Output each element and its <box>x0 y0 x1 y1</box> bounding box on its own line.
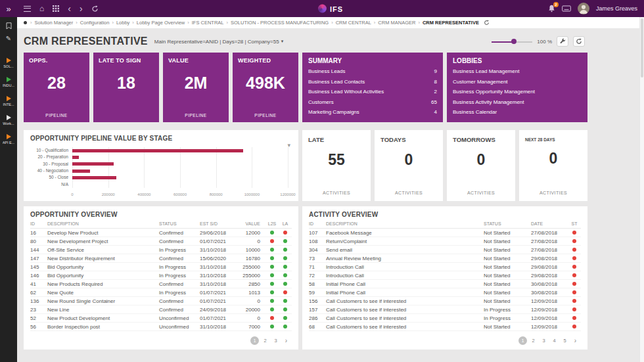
sidebar-item[interactable]: API E... <box>0 134 17 145</box>
summary-row[interactable]: Marketing Campaigns4 <box>308 107 437 118</box>
page-filter-dropdown[interactable]: Main Representative=ANID | Days=28 | Com… <box>154 39 283 45</box>
table-row[interactable]: 72Introduction CallNot Started29/08/2018 <box>309 271 581 280</box>
kpi-tile[interactable]: OPPS.28PIPELINE <box>24 53 89 122</box>
kpi-tile[interactable]: WEIGHTED498KPIPELINE <box>233 53 298 122</box>
lobby-link[interactable]: Customer Management <box>453 77 582 87</box>
sidebar-item[interactable]: INTE... <box>0 96 17 106</box>
breadcrumb-item[interactable]: CRM REPRESENTATIVE <box>423 20 479 26</box>
notifications-button[interactable]: 2 <box>548 5 555 12</box>
column-header[interactable]: ST <box>568 221 581 226</box>
table-row[interactable]: 145Bid OpportunityIn Progress31/10/20182… <box>30 263 292 271</box>
settings-wrench-button[interactable] <box>557 36 568 47</box>
table-row[interactable]: 304Send emailNot Started27/08/2018 <box>309 246 581 254</box>
column-header[interactable]: LA <box>279 221 292 226</box>
activity-stat-tile[interactable]: NEXT 28 DAYS0ACTIVITIES <box>519 130 587 201</box>
column-header[interactable]: ID <box>30 221 47 226</box>
column-header[interactable]: EST S/D <box>200 221 237 226</box>
back-button[interactable]: ‹ <box>68 4 71 13</box>
scrollbar-thumb[interactable] <box>641 18 643 78</box>
page-button[interactable]: 3 <box>271 336 280 345</box>
page-button[interactable]: 2 <box>261 336 269 345</box>
breadcrumb-item[interactable]: Solution Manager <box>35 20 74 26</box>
table-row[interactable]: 16Develop New ProductConfirmed29/06/2018… <box>30 229 292 237</box>
edit-pencil-icon[interactable]: ✎ <box>6 35 11 42</box>
bookmark-icon[interactable] <box>6 22 12 30</box>
lobby-link[interactable]: Business Opportunity Management <box>453 87 582 97</box>
zoom-slider[interactable] <box>492 38 532 45</box>
sidebar-item[interactable]: SOL... <box>0 58 17 68</box>
breadcrumb-item[interactable]: Lobby <box>116 20 129 26</box>
next-page-button[interactable]: › <box>571 336 580 345</box>
sidebar-expand-button[interactable]: » <box>0 0 17 17</box>
table-row[interactable]: 59Initial Phone CallNot Started30/08/201… <box>309 288 581 297</box>
table-row[interactable]: 73Annual Review MeetingNot Started29/08/… <box>309 254 581 263</box>
summary-row[interactable]: Business Lead Without Activities2 <box>308 87 437 97</box>
kpi-tile[interactable]: VALUE2MPIPELINE <box>163 53 229 122</box>
home-button[interactable]: ⌂ <box>39 5 44 12</box>
table-row[interactable]: 147New Distributor RequirementConfirmed1… <box>30 254 292 263</box>
table-row[interactable]: 71Introduction CallNot Started29/08/2018 <box>309 263 581 271</box>
table-row[interactable]: 41New Products RequiredConfirmed31/10/20… <box>30 280 292 288</box>
page-button[interactable]: 1 <box>250 336 259 345</box>
table-row[interactable]: 107Facebook MessageNot Started27/08/2018 <box>309 229 581 237</box>
lobby-link[interactable]: Business Lead Management <box>453 66 582 77</box>
column-header[interactable]: DATE <box>531 221 568 226</box>
table-row[interactable]: 68Call Customers to see if interestedNot… <box>309 323 581 331</box>
user-name[interactable]: James Greaves <box>596 5 637 12</box>
next-page-button[interactable]: › <box>282 336 290 345</box>
sidebar-item[interactable]: Work... <box>0 115 17 125</box>
column-header[interactable]: DESCRIPTION <box>326 221 484 226</box>
kpi-footer: PIPELINE <box>233 113 298 118</box>
column-header[interactable]: L2S <box>265 221 279 226</box>
refresh-button[interactable] <box>91 5 99 12</box>
table-row[interactable]: 157Call Customers to see if interestedIn… <box>309 305 581 314</box>
table-row[interactable]: 146Bid OpportunityIn Progress31/10/20182… <box>30 271 292 280</box>
table-row[interactable]: 286Call Customers to see if interestedIn… <box>309 314 581 323</box>
page-button[interactable]: 2 <box>529 336 538 345</box>
page-button[interactable]: 4 <box>550 336 559 345</box>
column-header[interactable]: VALUE <box>237 221 265 226</box>
breadcrumb-item[interactable]: CRM MANAGER <box>378 20 415 26</box>
column-header[interactable]: DESCRIPTION <box>47 221 159 226</box>
breadcrumb-item[interactable]: Lobby Page Overview <box>137 20 185 26</box>
column-header[interactable]: STATUS <box>484 221 531 226</box>
lobby-link[interactable]: Business Calendar <box>453 107 582 118</box>
keyboard-shortcuts-button[interactable] <box>562 5 571 12</box>
kpi-tile[interactable]: LATE TO SIGN18 <box>93 53 159 122</box>
vertical-scrollbar[interactable] <box>639 17 644 362</box>
table-row[interactable]: 136New Round Single ContainerConfirmed01… <box>30 297 292 305</box>
summary-row[interactable]: Business Leads9 <box>308 66 437 77</box>
header-refresh-button[interactable] <box>573 36 585 47</box>
column-header[interactable]: STATUS <box>159 221 200 226</box>
table-row[interactable]: 52New Product DevelopmentUnconfirmed01/0… <box>30 314 292 323</box>
page-button[interactable]: 3 <box>540 336 548 345</box>
summary-row[interactable]: Customers65 <box>308 97 437 108</box>
apps-grid-button[interactable] <box>53 5 59 12</box>
table-row[interactable]: 58Initial Phone CallNot Started30/08/201… <box>309 280 581 288</box>
breadcrumb-refresh-button[interactable] <box>484 20 490 26</box>
breadcrumb-item[interactable]: Configuration <box>80 20 110 26</box>
page-button[interactable]: 5 <box>561 336 569 345</box>
page-button[interactable]: 1 <box>518 336 527 345</box>
table-row[interactable]: 23New LineConfirmed24/09/201820000 <box>30 305 292 314</box>
table-row[interactable]: 144Off-Site ServiceIn Progress31/10/2018… <box>30 246 292 254</box>
sidebar-item[interactable]: INDU... <box>0 77 17 87</box>
table-row[interactable]: 56Border Inspection postUnconfirmed31/10… <box>30 323 292 331</box>
activity-stat-tile[interactable]: LATE55ACTIVITIES <box>302 130 371 201</box>
table-row[interactable]: 62New QuoteIn Progress01/07/20211013 <box>30 288 292 297</box>
table-row[interactable]: 80New Development ProjectConfirmed01/07/… <box>30 237 292 246</box>
activity-stat-tile[interactable]: TOMORROWS0ACTIVITIES <box>447 130 515 201</box>
activity-stat-tile[interactable]: TODAYS0ACTIVITIES <box>375 130 443 201</box>
table-row[interactable]: 156Call Customers to see if interestedNo… <box>309 297 581 305</box>
breadcrumb-item[interactable]: CRM CENTRAL <box>336 20 371 26</box>
breadcrumb-item[interactable]: SOLUTION - PROCESS MANUFACTURING <box>231 20 329 26</box>
column-header[interactable]: ID <box>309 221 326 226</box>
breadcrumb-item[interactable]: IFS CENTRAL <box>192 20 224 26</box>
summary-row[interactable]: Business Lead Contacts8 <box>308 77 437 87</box>
slider-thumb[interactable] <box>511 39 517 44</box>
table-row[interactable]: 108Return/ComplaintNot Started27/08/2018 <box>309 237 581 246</box>
menu-button[interactable] <box>24 6 31 12</box>
avatar[interactable] <box>578 3 589 14</box>
lobby-link[interactable]: Business Activity Management <box>453 97 582 108</box>
forward-button[interactable]: › <box>80 4 83 13</box>
